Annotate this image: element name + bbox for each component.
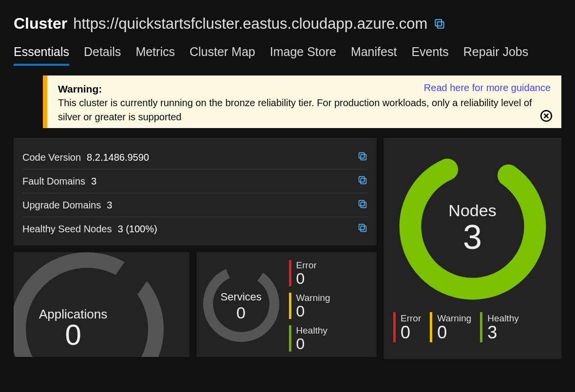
tab-events[interactable]: Events xyxy=(411,45,448,66)
close-icon[interactable] xyxy=(540,110,553,124)
services-card: Services 0 Error0Warning0Healthy0 xyxy=(196,252,377,357)
stat-label: Upgrade Domains xyxy=(22,200,101,211)
svg-rect-9 xyxy=(361,226,366,231)
warning-body: This cluster is currently running on the… xyxy=(58,96,551,124)
stat-label: Fault Domains xyxy=(22,176,85,187)
stat-row: Code Version8.2.1486.9590 xyxy=(22,146,368,169)
copy-url-icon[interactable] xyxy=(433,18,446,30)
stat-value: 3 (100%) xyxy=(117,224,157,235)
status-color-bar xyxy=(289,260,291,286)
warning-title: Warning: xyxy=(58,83,102,94)
status-value: 0 xyxy=(296,303,330,319)
status-item: Healthy0 xyxy=(289,325,330,352)
tab-bar: EssentialsDetailsMetricsCluster MapImage… xyxy=(0,33,575,66)
svg-rect-4 xyxy=(359,153,364,158)
status-color-bar xyxy=(393,312,396,342)
stat-row: Fault Domains3 xyxy=(22,169,368,193)
status-value: 0 xyxy=(296,336,327,352)
stat-label: Code Version xyxy=(22,152,81,163)
services-label: Services xyxy=(219,291,263,303)
status-label: Healthy xyxy=(296,325,327,336)
status-item: Error0 xyxy=(393,312,421,342)
warning-banner: Warning: Read here for more guidance Thi… xyxy=(43,75,561,128)
cluster-url: https://quickstartsfcluster.eastus.cloud… xyxy=(73,15,427,33)
status-item: Warning0 xyxy=(430,312,471,342)
copy-icon[interactable] xyxy=(357,199,368,211)
svg-rect-1 xyxy=(436,19,442,26)
svg-rect-0 xyxy=(438,21,444,28)
nodes-card: Nodes 3 Error0Warning0Healthy3 xyxy=(383,138,561,359)
status-label: Warning xyxy=(296,293,330,303)
nodes-label: Nodes xyxy=(395,201,551,220)
cluster-stats-panel: Code Version8.2.1486.9590Fault Domains3U… xyxy=(14,138,377,245)
copy-icon[interactable] xyxy=(357,175,368,187)
status-label: Error xyxy=(296,260,317,271)
status-item: Warning0 xyxy=(289,293,330,319)
services-count: 0 xyxy=(219,303,263,322)
svg-rect-7 xyxy=(361,202,366,207)
applications-card: Applications 0 xyxy=(14,252,190,357)
nodes-count: 3 xyxy=(395,220,551,254)
tab-image-store[interactable]: Image Store xyxy=(270,45,336,66)
tab-manifest[interactable]: Manifest xyxy=(351,45,397,66)
tab-cluster-map[interactable]: Cluster Map xyxy=(190,45,255,66)
status-value: 0 xyxy=(296,271,317,286)
tab-repair-jobs[interactable]: Repair Jobs xyxy=(463,45,528,66)
stat-row: Healthy Seed Nodes3 (100%) xyxy=(22,217,368,241)
tab-details[interactable]: Details xyxy=(84,45,121,66)
svg-rect-8 xyxy=(359,201,364,206)
status-value: 0 xyxy=(437,324,471,341)
page-title: Cluster xyxy=(14,15,67,33)
applications-count: 0 xyxy=(39,322,107,348)
svg-rect-3 xyxy=(361,154,366,160)
stat-label: Healthy Seed Nodes xyxy=(22,224,112,235)
status-color-bar xyxy=(289,293,291,319)
svg-rect-5 xyxy=(361,178,366,184)
tab-metrics[interactable]: Metrics xyxy=(135,45,175,66)
stat-row: Upgrade Domains3 xyxy=(22,193,368,217)
warning-guidance-link[interactable]: Read here for more guidance xyxy=(424,82,551,93)
status-value: 0 xyxy=(401,324,421,341)
svg-rect-6 xyxy=(359,177,364,182)
services-status-list: Error0Warning0Healthy0 xyxy=(287,258,330,352)
copy-icon[interactable] xyxy=(357,151,368,164)
copy-icon[interactable] xyxy=(357,223,368,235)
status-item: Error0 xyxy=(289,260,330,286)
svg-rect-10 xyxy=(359,224,364,230)
stat-value: 3 xyxy=(107,200,112,211)
tab-essentials[interactable]: Essentials xyxy=(14,45,69,66)
status-color-bar xyxy=(430,312,432,342)
stat-value: 8.2.1486.9590 xyxy=(87,152,149,163)
stat-value: 3 xyxy=(91,176,96,187)
status-color-bar xyxy=(289,325,291,352)
